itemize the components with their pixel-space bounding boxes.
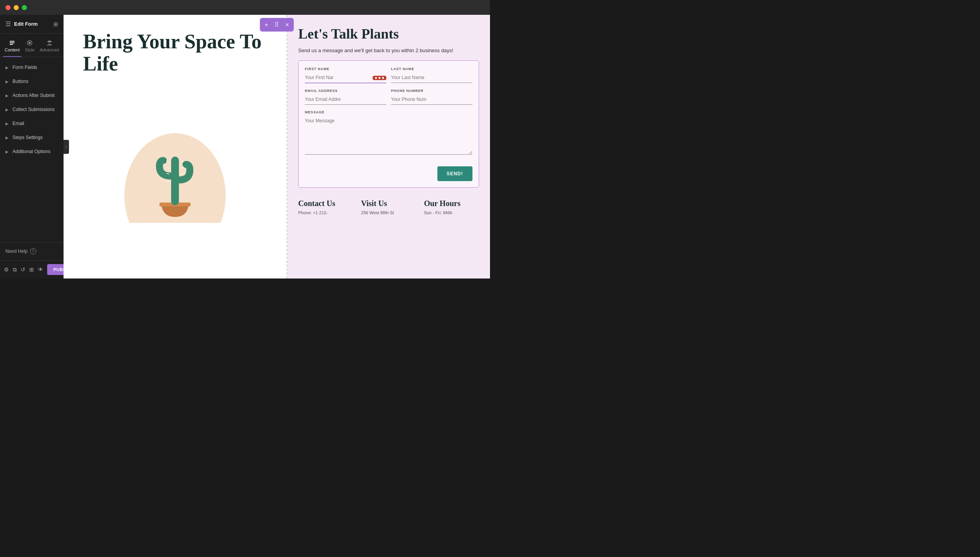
last-name-input[interactable] xyxy=(391,72,472,83)
sidebar-item-collect-submissions[interactable]: ▶ Collect Submissions xyxy=(0,102,64,116)
sidebar-item-steps-settings[interactable]: ▶ Steps Settings xyxy=(0,130,64,145)
sidebar-footer: Need Help ? xyxy=(0,242,64,260)
arrow-icon: ▶ xyxy=(5,93,9,98)
our-hours-col: Our Hours Sun - Fri: 9AM- xyxy=(424,199,479,216)
tab-content-label: Content xyxy=(5,48,20,52)
history-icon[interactable]: ↺ xyxy=(21,266,25,273)
email-input[interactable] xyxy=(305,94,386,105)
sidebar: ☰ Edit Form ⊞ Content Style Advanced ▶ xyxy=(0,15,64,278)
need-help-button[interactable]: Need Help ? xyxy=(5,248,58,254)
main-content: + ⠿ × Bring Your Space To Life xyxy=(64,15,490,278)
tab-style[interactable]: Style xyxy=(21,37,39,57)
hours-text: Sun - Fri: 9AM- xyxy=(424,210,479,216)
sidebar-item-email-label: Email xyxy=(12,121,24,126)
collapse-panel-button[interactable]: ‹ xyxy=(64,140,69,154)
hero-title: Bring Your Space To Life xyxy=(83,30,267,75)
cactus-illustration xyxy=(64,106,287,223)
sidebar-item-form-fields[interactable]: ▶ Form Fields xyxy=(0,60,64,74)
email-field: EMAIL ADDRESS xyxy=(305,89,386,105)
form-row-message: MESSAGE xyxy=(305,110,472,155)
duplicate-icon[interactable]: ⊞ xyxy=(29,266,34,273)
tab-content[interactable]: Content xyxy=(3,37,21,57)
phone-input[interactable] xyxy=(391,94,472,105)
last-name-field: LAST NAME xyxy=(391,67,472,83)
sidebar-item-actions-label: Actions After Submit xyxy=(12,93,55,98)
contact-text: Phone: +1 212- xyxy=(298,210,353,216)
svg-point-1 xyxy=(28,42,31,44)
message-input[interactable] xyxy=(305,116,472,155)
active-field-badge xyxy=(373,76,386,80)
badge-dot-2 xyxy=(379,77,380,79)
sidebar-menu: ▶ Form Fields ▶ Buttons ▶ Actions After … xyxy=(0,57,64,242)
settings-icon[interactable]: ⚙ xyxy=(4,266,9,273)
arrow-icon: ▶ xyxy=(5,65,9,70)
sidebar-item-actions-after-submit[interactable]: ▶ Actions After Submit xyxy=(0,88,64,102)
contact-heading: Contact Us xyxy=(298,199,353,208)
form-title: Let's Talk Plants xyxy=(298,26,479,42)
arrow-icon: ▶ xyxy=(5,136,9,140)
hours-heading: Our Hours xyxy=(424,199,479,208)
tab-style-label: Style xyxy=(25,48,34,52)
sidebar-item-additional-options[interactable]: ▶ Additional Options xyxy=(0,145,64,159)
visit-text: 256 West 88th St xyxy=(361,210,416,216)
sidebar-item-collect-label: Collect Submissions xyxy=(12,107,55,112)
form-row-contact: EMAIL ADDRESS PHONE NUMBER xyxy=(305,89,472,105)
hamburger-icon[interactable]: ☰ xyxy=(5,20,11,28)
visit-heading: Visit Us xyxy=(361,199,416,208)
last-name-label: LAST NAME xyxy=(391,67,472,71)
arrow-icon: ▶ xyxy=(5,108,9,112)
arrow-icon: ▶ xyxy=(5,150,9,154)
grid-icon[interactable]: ⊞ xyxy=(53,21,58,27)
send-button-row: SEND! xyxy=(305,160,472,181)
sidebar-item-email[interactable]: ▶ Email xyxy=(0,116,64,130)
canvas-right: Let's Talk Plants Send us a message and … xyxy=(287,15,490,278)
badge-dot xyxy=(375,77,377,79)
email-label: EMAIL ADDRESS xyxy=(305,89,386,93)
tab-advanced-label: Advanced xyxy=(40,48,59,52)
need-help-label: Need Help xyxy=(5,249,28,254)
contact-us-col: Contact Us Phone: +1 212- xyxy=(298,199,353,216)
form-card: FIRST NAME LAST NAME xyxy=(298,60,479,188)
cactus-svg xyxy=(124,106,226,223)
sidebar-tabs: Content Style Advanced xyxy=(0,33,64,57)
sidebar-item-form-fields-label: Form Fields xyxy=(12,65,37,70)
layers-icon[interactable]: ⧉ xyxy=(13,266,17,273)
arrow-icon: ▶ xyxy=(5,79,9,84)
visit-us-col: Visit Us 256 West 88th St xyxy=(361,199,416,216)
badge-dot-3 xyxy=(382,77,384,79)
sidebar-item-additional-label: Additional Options xyxy=(12,149,50,154)
form-subtitle: Send us a message and we'll get back to … xyxy=(298,47,479,55)
canvas-left: Bring Your Space To Life xyxy=(64,15,287,278)
canvas-toolbar: + ⠿ × xyxy=(260,18,294,32)
first-name-field: FIRST NAME xyxy=(305,67,386,83)
sidebar-header: ☰ Edit Form ⊞ xyxy=(0,15,64,33)
window-chrome xyxy=(0,0,490,15)
preview-icon[interactable]: 👁 xyxy=(38,266,43,273)
message-label: MESSAGE xyxy=(305,110,472,114)
close-button[interactable] xyxy=(5,5,11,10)
form-row-name: FIRST NAME LAST NAME xyxy=(305,67,472,83)
move-element-button[interactable]: ⠿ xyxy=(274,20,280,29)
first-name-label: FIRST NAME xyxy=(305,67,386,71)
minimize-button[interactable] xyxy=(14,5,19,10)
sidebar-item-buttons[interactable]: ▶ Buttons xyxy=(0,74,64,88)
hero-text-block: Bring Your Space To Life xyxy=(64,15,287,106)
send-button[interactable]: SEND! xyxy=(437,166,472,181)
arrow-icon: ▶ xyxy=(5,122,9,126)
remove-element-button[interactable]: × xyxy=(285,21,290,29)
tab-advanced[interactable]: Advanced xyxy=(38,37,60,57)
phone-label: PHONE NUMBER xyxy=(391,89,472,93)
add-element-button[interactable]: + xyxy=(264,21,269,29)
help-circle-icon: ? xyxy=(30,248,36,254)
bottom-bar: ⚙ ⧉ ↺ ⊞ 👁 PUBLISH ▲ xyxy=(0,260,64,278)
maximize-button[interactable] xyxy=(22,5,27,10)
message-field: MESSAGE xyxy=(305,110,472,155)
footer-section: Contact Us Phone: +1 212- Visit Us 256 W… xyxy=(298,194,479,216)
sidebar-item-steps-label: Steps Settings xyxy=(12,135,42,140)
phone-field: PHONE NUMBER xyxy=(391,89,472,105)
sidebar-item-buttons-label: Buttons xyxy=(12,79,28,84)
sidebar-title: Edit Form xyxy=(14,21,38,27)
